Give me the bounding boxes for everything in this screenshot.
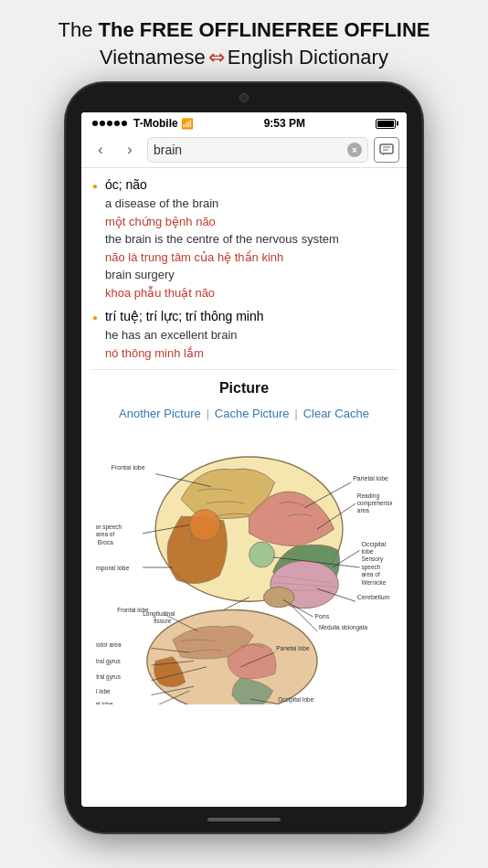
forward-button[interactable]: ›: [118, 138, 142, 162]
wifi-icon: 📶: [181, 118, 194, 130]
svg-text:Frontal lobe: Frontal lobe: [111, 464, 145, 471]
svg-rect-0: [380, 144, 393, 153]
brain-cross-section: Frontal lobe Premotor area Precentral gy…: [96, 607, 317, 704]
bullet-1: ●: [92, 181, 98, 191]
svg-text:Wernicke: Wernicke: [361, 578, 386, 585]
chat-icon: [379, 143, 394, 156]
picture-title: Picture: [92, 377, 396, 399]
svg-text:area of: area of: [96, 531, 114, 537]
entry-1-ex1-vn: một chứng bệnh não: [105, 213, 396, 231]
picture-links-row: Another Picture | Cache Picture | Clear …: [92, 405, 396, 423]
svg-text:Occipital: Occipital: [361, 541, 386, 548]
entry-1-ex3-en: brain surgery: [105, 266, 396, 284]
picture-section: Picture Another Picture | Cache Picture …: [92, 369, 396, 704]
another-picture-link[interactable]: Another Picture: [113, 405, 207, 423]
back-button[interactable]: ‹: [89, 138, 112, 162]
phone-top: [66, 83, 422, 112]
svg-text:Occipital lobe: Occipital lobe: [96, 701, 113, 704]
cache-picture-link[interactable]: Cache Picture: [209, 405, 295, 423]
entry-1-ex2-vn: não là trung tâm của hệ thần kinh: [105, 249, 396, 267]
svg-text:Motor speech: Motor speech: [96, 524, 122, 531]
battery-icon: [376, 119, 396, 129]
entry-1: ● óc; não a disease of the brain một chứ…: [92, 175, 396, 302]
status-bar: T-Mobile 📶 9:53 PM: [81, 112, 407, 132]
chat-button[interactable]: [374, 137, 399, 163]
battery-indicator: [376, 119, 396, 129]
svg-text:area: area: [357, 507, 369, 513]
search-bar[interactable]: brain ×: [147, 137, 368, 163]
clock: 9:53 PM: [264, 117, 305, 130]
svg-text:Postcentral gyrus: Postcentral gyrus: [96, 673, 122, 681]
svg-text:Sensory: Sensory: [361, 556, 384, 563]
brain-container: Frontal lobe Parietal lobe Reading compr…: [92, 430, 396, 704]
svg-text:Premotor area: Premotor area: [96, 640, 122, 647]
brain-lateral: Frontal lobe Parietal lobe Reading compr…: [96, 457, 392, 631]
bullet-2: ●: [92, 312, 98, 323]
svg-text:area of: area of: [361, 571, 379, 577]
header-line1: The The FREE OFFLINEFREE OFFLINE: [58, 16, 430, 44]
svg-text:Broca: Broca: [98, 539, 113, 545]
svg-text:Parietal lobe: Parietal lobe: [96, 688, 111, 694]
svg-text:comprehension: comprehension: [357, 500, 392, 507]
clear-cache-link[interactable]: Clear Cache: [298, 405, 375, 423]
search-value: brain: [154, 143, 347, 157]
entry-2-ex1-en: he has an excellent brain: [105, 326, 396, 344]
camera-dot: [239, 93, 249, 102]
home-bar[interactable]: [207, 818, 281, 821]
brain-diagram: Frontal lobe Parietal lobe Reading compr…: [96, 430, 392, 704]
entry-1-ex2-en: the brain is the centre of the nervous s…: [105, 230, 396, 249]
signal-dots: [92, 121, 127, 126]
phone-bottom: [66, 807, 422, 832]
svg-point-9: [249, 542, 275, 567]
entry-1-ex1-en: a disease of the brain: [105, 195, 396, 213]
entry-2-word: ● trí tuệ; trí lực; trí thông minh: [92, 307, 396, 326]
svg-text:speech: speech: [361, 564, 380, 571]
svg-text:Parietal lobe: Parietal lobe: [276, 645, 310, 651]
entry-2-headword: trí tuệ; trí lực; trí thông minh: [105, 309, 264, 323]
carrier-label: T-Mobile: [133, 117, 178, 130]
svg-text:lobe: lobe: [361, 548, 373, 555]
svg-point-8: [189, 510, 220, 541]
svg-point-10: [263, 587, 294, 607]
svg-text:Pons: Pons: [314, 613, 329, 619]
battery-fill: [377, 121, 394, 127]
entry-1-headword: óc; não: [105, 177, 147, 192]
status-left: T-Mobile 📶: [92, 117, 194, 130]
clear-search-button[interactable]: ×: [347, 143, 362, 157]
entry-2: ● trí tuệ; trí lực; trí thông minh he ha…: [92, 307, 396, 362]
entry-1-word: ● óc; não: [92, 175, 396, 195]
svg-text:Cerebellum: Cerebellum: [357, 594, 390, 600]
svg-text:Reading: Reading: [357, 492, 380, 500]
svg-text:Occipital lobe: Occipital lobe: [278, 696, 313, 704]
nav-bar: ‹ › brain ×: [81, 132, 407, 168]
svg-text:fissure: fissure: [154, 618, 172, 624]
phone-frame: T-Mobile 📶 9:53 PM ‹ › brain ×: [66, 83, 422, 832]
svg-text:Temporal lobe: Temporal lobe: [96, 565, 129, 572]
svg-text:Precentral gyrus: Precentral gyrus: [96, 658, 122, 665]
dictionary-content: ● óc; não a disease of the brain một chứ…: [81, 168, 407, 807]
entry-2-ex1-vn: nó thông minh lắm: [105, 344, 396, 363]
header-line2: Vietnamese⇔English Dictionary: [58, 44, 430, 71]
screen: T-Mobile 📶 9:53 PM ‹ › brain ×: [81, 112, 407, 807]
arrow-icon: ⇔: [208, 46, 225, 69]
entry-1-ex3-vn: khoa phẫu thuật não: [105, 284, 396, 302]
svg-text:Frontal lobe: Frontal lobe: [117, 607, 149, 613]
app-header: The The FREE OFFLINEFREE OFFLINE Vietnam…: [58, 16, 430, 70]
svg-text:Parietal lobe: Parietal lobe: [353, 475, 388, 482]
svg-text:Medulla oblongata: Medulla oblongata: [319, 624, 368, 631]
